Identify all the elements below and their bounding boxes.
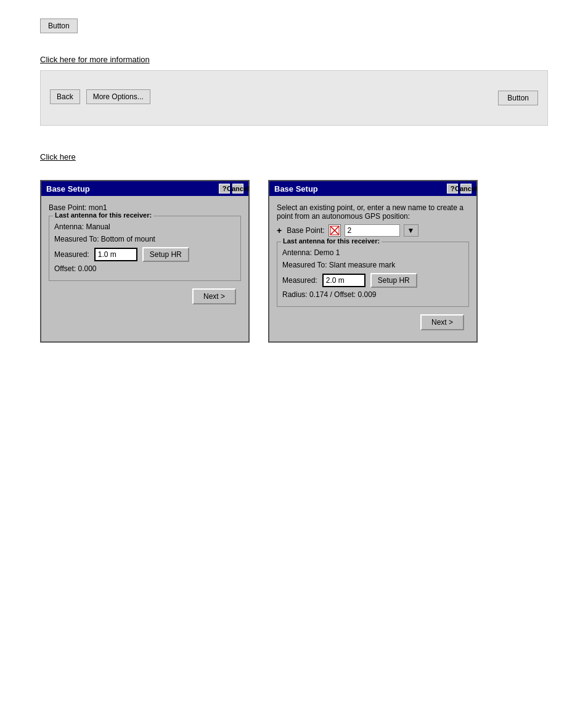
dialog-left-measured-input-row: Measured: Setup HR — [54, 247, 235, 262]
dialog-left-next-button[interactable]: Next > — [192, 288, 236, 304]
dialog-right-base-point-input[interactable] — [345, 224, 400, 237]
dialog-right-group-content: Antenna: Demo 1 Measured To: Slant measu… — [282, 248, 463, 299]
dialog-right-group: Last antenna for this receiver: Antenna:… — [277, 242, 469, 307]
dialog-left-measured-to-row: Measured To: Bottom of mount — [54, 235, 235, 243]
dialog-left-measured-label: Measured: — [54, 250, 89, 259]
section-link[interactable]: Click here — [40, 152, 548, 161]
dialog-left-antenna-label: Antenna: — [54, 222, 84, 231]
dialog-right-title: Base Setup — [274, 184, 318, 194]
dialog-right: Base Setup ? Cancel Select an existing p… — [268, 180, 478, 343]
dialog-right-group-legend: Last antenna for this receiver: — [281, 237, 382, 245]
dialog-right-measured-input-row: Measured: Setup HR — [282, 273, 463, 288]
dialog-right-titlebar: Base Setup ? Cancel — [269, 181, 476, 196]
dialog-right-measured-label: Measured: — [282, 276, 317, 285]
back-button[interactable]: Back — [50, 89, 80, 104]
dialog-left-title: Base Setup — [46, 184, 90, 194]
dialog-left-measured-to-value: Bottom of mount — [101, 235, 155, 243]
dialog-right-measured-input[interactable] — [322, 274, 365, 287]
dialog-left-base-point-label: Base Point: — [49, 203, 86, 212]
dialog-left-body: Base Point: mon1 Last antenna for this r… — [41, 196, 248, 316]
dialog-right-plus-label: + — [277, 226, 282, 235]
dialog-right-intro-text: Select an existing point, or, enter a ne… — [277, 203, 463, 221]
dialog-right-base-point-label: Base Point: — [287, 226, 324, 235]
dialog-right-footer: Next > — [277, 312, 469, 335]
dialog-left-offset-label: Offset: — [54, 264, 76, 273]
dialog-right-intro-row: Select an existing point, or, enter a ne… — [277, 203, 469, 221]
dialog-right-measured-to-row: Measured To: Slant measure mark — [282, 261, 463, 269]
dialog-right-next-button[interactable]: Next > — [420, 314, 464, 330]
dialog-right-base-point-icon — [329, 224, 341, 237]
dialog-right-cancel-button[interactable]: Cancel — [460, 184, 472, 194]
dialog-right-antenna-row: Antenna: Demo 1 — [282, 248, 463, 257]
dialog-left-offset-row: Offset: 0.000 — [54, 264, 235, 273]
dialog-left-antenna-row: Antenna: Manual — [54, 222, 235, 231]
dialog-left-footer: Next > — [49, 286, 241, 309]
dialog-left-base-point-row: Base Point: mon1 — [49, 203, 241, 212]
dialog-right-radius-offset-value: Radius: 0.174 / Offset: 0.009 — [282, 290, 377, 299]
dialog-right-measured-to-value: Slant measure mark — [329, 261, 395, 269]
dialog-right-dropdown-button[interactable]: ▼ — [404, 224, 419, 237]
dialog-left-base-point-value: mon1 — [89, 203, 107, 212]
dialog-left: Base Setup ? Cancel Base Point: mon1 Las… — [40, 180, 250, 343]
dialog-left-group: Last antenna for this receiver: Antenna:… — [49, 216, 241, 281]
dialog-left-titlebar: Base Setup ? Cancel — [41, 181, 248, 196]
dialog-left-group-content: Antenna: Manual Measured To: Bottom of m… — [54, 222, 235, 273]
dialog-left-setup-hr-button[interactable]: Setup HR — [142, 247, 189, 262]
dialog-right-radius-offset-row: Radius: 0.174 / Offset: 0.009 — [282, 290, 463, 299]
dialog-right-setup-hr-button[interactable]: Setup HR — [370, 273, 417, 288]
dialog-left-offset-value: 0.000 — [78, 264, 96, 273]
dialog-right-measured-to-label: Measured To: — [282, 261, 327, 269]
dialogs-row: Base Setup ? Cancel Base Point: mon1 Las… — [0, 180, 588, 343]
dialog-left-group-legend: Last antenna for this receiver: — [53, 211, 153, 219]
dialog-right-antenna-value: Demo 1 — [314, 248, 340, 257]
gray-bar-right-button[interactable]: Button — [498, 91, 538, 105]
dialog-left-cancel-button[interactable]: Cancel — [232, 184, 243, 194]
dialog-left-antenna-value: Manual — [86, 222, 110, 231]
more-options-button[interactable]: More Options... — [86, 89, 150, 104]
dialog-right-body: Select an existing point, or, enter a ne… — [269, 196, 476, 341]
dialog-left-measured-input[interactable] — [94, 248, 137, 261]
dialog-right-base-point-row: + Base Point: ▼ — [277, 224, 469, 237]
gray-bar: Button Back More Options... — [40, 70, 548, 126]
top-button[interactable]: Button — [40, 18, 78, 33]
top-link[interactable]: Click here for more information — [40, 55, 548, 64]
dialog-left-measured-to-label: Measured To: — [54, 235, 99, 243]
dialog-right-antenna-label: Antenna: — [282, 248, 312, 257]
